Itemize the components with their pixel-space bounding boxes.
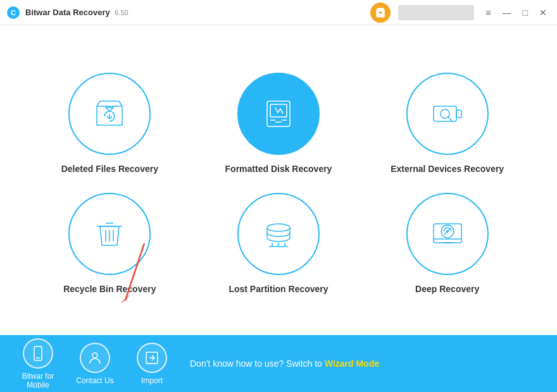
recovery-item-formatted-disk[interactable]: Formatted Disk Recovery [201, 73, 357, 174]
recovery-circle-deep-recovery [406, 193, 489, 275]
recovery-circle-lost-partition [237, 193, 320, 275]
main-content: Deleted Files Recovery Formatted Disk Re… [0, 25, 557, 335]
recovery-item-deleted-files[interactable]: Deleted Files Recovery [32, 73, 188, 174]
footer-actions: Bitwar for Mobile Contact Us Import [13, 338, 177, 389]
svg-line-7 [448, 117, 452, 121]
recovery-circle-recycle-bin [68, 193, 151, 275]
recovery-circle-deleted-files [68, 73, 151, 155]
wizard-mode-link[interactable]: Wizard Mode [325, 358, 379, 369]
window-controls: ≡ — □ ✕ [370, 3, 551, 23]
svg-point-11 [267, 224, 290, 231]
minimize-button[interactable]: — [499, 6, 515, 19]
maximize-button[interactable]: □ [519, 6, 532, 19]
svg-rect-4 [434, 106, 456, 121]
import-icon-circle [137, 343, 167, 373]
svg-rect-5 [456, 110, 461, 118]
recovery-circle-external-devices [406, 73, 489, 155]
recovery-item-external-devices[interactable]: External Devices Recovery [369, 73, 525, 174]
recovery-label-lost-partition: Lost Partition Recovery [228, 284, 328, 294]
recovery-label-deleted-files: Deleted Files Recovery [61, 164, 158, 174]
svg-text:C: C [11, 9, 16, 16]
svg-point-22 [446, 230, 449, 233]
user-area [398, 5, 474, 20]
recovery-item-deep-recovery[interactable]: Deep Recovery [369, 193, 525, 294]
import-button[interactable]: Import [127, 343, 177, 385]
title-bar: C Bitwar Data Recovery 6.50 ≡ — □ ✕ [0, 0, 557, 25]
cart-button[interactable] [370, 3, 391, 23]
mobile-button-label: Bitwar for Mobile [13, 372, 63, 389]
recovery-label-formatted-disk: Formatted Disk Recovery [225, 164, 332, 174]
contact-button-label: Contact Us [76, 376, 113, 385]
contact-button[interactable]: Contact Us [70, 343, 120, 385]
footer-message: Don't know how to use? Switch to Wizard … [177, 358, 544, 369]
recovery-label-deep-recovery: Deep Recovery [415, 284, 479, 294]
contact-icon-circle [80, 343, 110, 373]
close-button[interactable]: ✕ [535, 6, 551, 19]
app-name: Bitwar Data Recovery 6.50 [25, 8, 370, 17]
mobile-button[interactable]: Bitwar for Mobile [13, 338, 63, 389]
recovery-item-recycle-bin[interactable]: Recycle Bin Recovery [32, 193, 188, 294]
recovery-item-lost-partition[interactable]: Lost Partition Recovery [201, 193, 357, 294]
recovery-label-external-devices: External Devices Recovery [391, 164, 504, 174]
import-button-label: Import [141, 376, 163, 385]
app-logo: C [6, 6, 20, 20]
svg-point-27 [92, 353, 97, 358]
svg-point-6 [441, 109, 449, 118]
footer: Bitwar for Mobile Contact Us Import Don'… [0, 335, 557, 392]
svg-rect-16 [434, 224, 461, 243]
app-version: 6.50 [115, 9, 128, 16]
menu-button[interactable]: ≡ [482, 6, 494, 19]
mobile-icon-circle [23, 338, 53, 369]
svg-rect-3 [270, 104, 287, 117]
recovery-label-recycle-bin: Recycle Bin Recovery [63, 284, 156, 294]
recovery-circle-formatted-disk [237, 73, 320, 155]
recovery-grid: Deleted Files Recovery Formatted Disk Re… [32, 73, 525, 294]
